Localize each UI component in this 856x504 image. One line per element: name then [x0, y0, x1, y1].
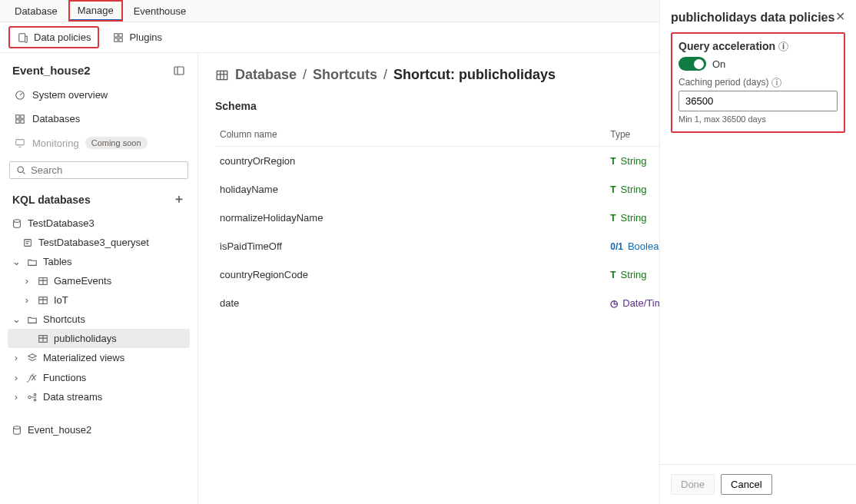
nav-databases-label: Databases: [32, 113, 80, 124]
tree-label: TestDatabase3_queryset: [38, 237, 149, 248]
search-icon: [16, 165, 26, 175]
tree-label: Functions: [43, 372, 86, 383]
svg-point-20: [34, 399, 36, 401]
svg-point-12: [18, 167, 23, 172]
nav-overview-label: System overview: [32, 89, 108, 101]
type-label: String: [621, 212, 647, 224]
tree-label: publicholidays: [54, 333, 117, 344]
table-icon: [37, 295, 49, 306]
add-database-button[interactable]: ＋: [173, 191, 185, 207]
kql-databases-section: KQL databases ＋: [8, 187, 190, 211]
nav-system-overview[interactable]: System overview: [8, 85, 190, 105]
plugins-button[interactable]: Plugins: [105, 27, 170, 48]
search-box[interactable]: [9, 161, 188, 179]
tree-tables[interactable]: ⌄ Tables: [8, 252, 190, 271]
caching-period-text: Caching period (days): [678, 77, 768, 88]
datetime-type-icon: ◷: [610, 298, 618, 309]
svg-rect-5: [174, 67, 184, 75]
nav-databases[interactable]: Databases: [8, 108, 190, 129]
tree-label: Materialized views: [43, 352, 124, 363]
layers-icon: [26, 353, 38, 363]
svg-rect-11: [16, 140, 25, 145]
type-label: String: [621, 155, 647, 167]
tab-manage[interactable]: Manage: [69, 1, 122, 21]
data-policies-button[interactable]: Data policies: [9, 27, 98, 48]
tree-queryset[interactable]: TestDatabase3_queryset: [8, 233, 190, 252]
search-input[interactable]: [31, 164, 181, 176]
tree-iot[interactable]: › IoT: [8, 290, 190, 310]
string-type-icon: T: [610, 213, 615, 224]
svg-point-19: [34, 393, 36, 396]
kql-databases-label: KQL databases: [12, 194, 91, 206]
column-name-cell: holidayName: [215, 175, 606, 204]
tab-database[interactable]: Database: [6, 2, 66, 21]
tree-materialized-views[interactable]: › Materialized views: [8, 348, 190, 367]
svg-point-13: [14, 219, 21, 222]
query-acceleration-title: Query acceleration i: [678, 40, 838, 52]
svg-rect-2: [119, 33, 122, 36]
breadcrumb-shortcuts[interactable]: Shortcuts: [313, 67, 377, 83]
tree-publicholidays[interactable]: publicholidays: [8, 329, 190, 348]
database-icon: [11, 218, 23, 229]
svg-point-21: [14, 426, 21, 429]
tree-db-testdatabase3[interactable]: TestDatabase3: [8, 214, 190, 233]
svg-rect-0: [19, 33, 25, 41]
type-label: String: [621, 184, 647, 195]
column-name-cell: isPaidTimeOff: [215, 232, 606, 260]
function-icon: 𝑓x: [26, 371, 38, 383]
breadcrumb-table-icon: [215, 68, 229, 82]
grid-icon: [14, 114, 26, 124]
col-name-header: Column name: [215, 123, 606, 147]
chevron-down-icon: ⌄: [11, 256, 22, 267]
table-icon: [37, 276, 49, 287]
info-icon[interactable]: i: [778, 41, 788, 51]
close-icon: ✕: [835, 10, 845, 23]
done-button: Done: [671, 474, 715, 495]
caching-period-input[interactable]: [678, 91, 838, 111]
sidebar-title: Event_house2: [12, 64, 91, 77]
coming-soon-badge: Coming soon: [85, 137, 148, 149]
folder-icon: [26, 314, 38, 325]
svg-rect-10: [21, 119, 24, 122]
cancel-button[interactable]: Cancel: [721, 474, 771, 495]
breadcrumb-current: Shortcut: publicholidays: [393, 67, 556, 83]
tree-label: GameEvents: [54, 275, 111, 287]
queryset-icon: [22, 237, 34, 248]
tree-shortcuts[interactable]: ⌄ Shortcuts: [8, 310, 190, 329]
plugins-label: Plugins: [129, 32, 162, 43]
tree-event-house2[interactable]: Event_house2: [8, 420, 190, 439]
string-type-icon: T: [610, 184, 615, 195]
info-icon[interactable]: i: [771, 78, 781, 88]
breadcrumb-sep: /: [383, 67, 387, 83]
tree-functions[interactable]: › 𝑓x Functions: [8, 367, 190, 387]
svg-rect-9: [16, 119, 19, 122]
tab-eventhouse[interactable]: Eventhouse: [125, 2, 195, 21]
tree-label: IoT: [54, 294, 68, 306]
stream-icon: [26, 392, 38, 403]
chevron-right-icon: ›: [11, 372, 22, 383]
tree-gameevents[interactable]: › GameEvents: [8, 271, 190, 290]
sidebar: Event_house2 System overview Databases M…: [0, 53, 198, 504]
toggle-row: On: [678, 57, 838, 71]
panel-footer: Done Cancel: [660, 464, 856, 504]
monitor-icon: [14, 138, 26, 148]
sidebar-collapse-icon[interactable]: [173, 65, 185, 77]
plugins-icon: [112, 32, 124, 43]
query-acceleration-toggle[interactable]: [678, 57, 706, 71]
svg-rect-8: [21, 114, 24, 118]
string-type-icon: T: [610, 270, 615, 280]
data-policies-label: Data policies: [34, 32, 91, 43]
sidebar-header: Event_house2: [8, 61, 190, 81]
database-icon: [11, 425, 23, 436]
svg-rect-4: [119, 38, 122, 41]
folder-icon: [26, 257, 38, 267]
svg-rect-14: [25, 239, 32, 246]
breadcrumb-sep: /: [303, 67, 307, 83]
boolean-type-icon: 0/1: [610, 241, 623, 252]
data-policies-icon: [17, 32, 29, 43]
tree-data-streams[interactable]: › Data streams: [8, 387, 190, 406]
gauge-icon: [14, 90, 26, 101]
tree-label: Data streams: [43, 391, 102, 403]
breadcrumb-database[interactable]: Database: [235, 67, 297, 83]
close-button[interactable]: ✕: [835, 11, 845, 23]
